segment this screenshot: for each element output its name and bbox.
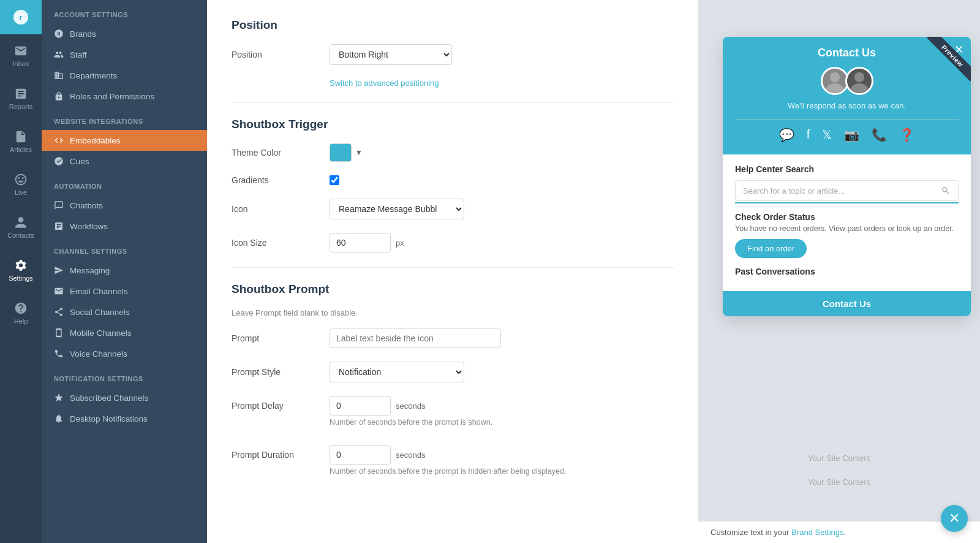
nav-label-reports: Reports xyxy=(9,103,33,110)
prompt-input[interactable] xyxy=(330,328,501,348)
nav-item-help[interactable]: Help xyxy=(0,292,42,335)
nav-item-inbox[interactable]: Inbox xyxy=(0,34,42,77)
prompt-delay-field: seconds xyxy=(330,396,425,416)
subscribed-channels-icon xyxy=(54,393,64,403)
articles-icon xyxy=(14,130,28,143)
sidebar-item-brands[interactable]: Brands xyxy=(42,23,207,44)
voice-channels-icon xyxy=(54,349,64,359)
prompt-duration-row: Prompt Duration seconds xyxy=(232,445,425,465)
messenger-icon[interactable]: 💬 xyxy=(779,127,794,142)
sidebar-item-mobile-channels[interactable]: Mobile Channels xyxy=(42,322,207,343)
icon-label: Icon xyxy=(232,204,330,214)
prompt-style-row: Prompt Style Notification Inline Tooltip xyxy=(232,362,674,382)
sidebar-item-chatbots[interactable]: Chatbots xyxy=(42,195,207,216)
prompt-style-label: Prompt Style xyxy=(232,367,330,377)
position-row: Position Bottom Right Bottom Left Top Ri… xyxy=(232,44,674,65)
prompt-row: Prompt xyxy=(232,328,674,348)
nav-label-contacts: Contacts xyxy=(7,232,34,239)
prompt-delay-input[interactable] xyxy=(330,396,391,416)
widget-body: Help Center Search Search for a topic or… xyxy=(723,154,971,291)
svg-point-3 xyxy=(826,83,843,93)
prompt-delay-label: Prompt Delay xyxy=(232,401,330,411)
embeddables-icon xyxy=(54,135,64,145)
live-icon xyxy=(14,173,28,186)
color-caret-icon[interactable]: ▼ xyxy=(355,148,363,157)
gradients-checkbox[interactable] xyxy=(330,175,339,185)
faq-icon[interactable]: ❓ xyxy=(899,127,914,142)
preview-footer: Customize text in your Brand Settings. xyxy=(698,522,980,543)
widget-avatars xyxy=(735,67,959,95)
check-order-text: You have no recent orders. View past ord… xyxy=(735,224,959,233)
check-order-title: Check Order Status xyxy=(735,212,959,222)
prompt-duration-input[interactable] xyxy=(330,445,391,465)
sidebar-item-subscribed-channels[interactable]: Subscribed Channels xyxy=(42,387,207,408)
widget-header: ✕ Contact Us We'll respond as soon as we… xyxy=(723,37,971,154)
search-icon xyxy=(941,186,951,196)
sidebar-item-departments[interactable]: Departments xyxy=(42,65,207,86)
past-conversations-title: Past Conversations xyxy=(735,267,959,276)
color-swatch[interactable] xyxy=(330,143,352,162)
sidebar-item-desktop-notifications[interactable]: Desktop Notifications xyxy=(42,408,207,429)
twitter-icon[interactable]: 𝕏 xyxy=(822,127,832,142)
search-placeholder: Search for a topic or article... xyxy=(743,186,845,196)
brand-settings-link[interactable]: Brand Settings xyxy=(791,528,843,537)
sidebar-item-staff[interactable]: Staff xyxy=(42,44,207,65)
chatbots-icon xyxy=(54,200,64,210)
messaging-icon xyxy=(54,265,64,275)
nav-label-inbox: Inbox xyxy=(13,60,29,67)
check-order-section: Check Order Status You have no recent or… xyxy=(735,212,959,258)
prompt-duration-container: Prompt Duration seconds Number of second… xyxy=(232,445,674,480)
phone-icon[interactable]: 📞 xyxy=(872,127,887,142)
widget-close-circle[interactable]: ✕ xyxy=(941,505,968,532)
sidebar-item-roles[interactable]: Roles and Permissions xyxy=(42,86,207,107)
icon-select[interactable]: Reamaze Message Bubbles Chat Bubble Ques… xyxy=(330,199,464,219)
prompt-duration-field: seconds xyxy=(330,445,425,465)
prompt-delay-row: Prompt Delay seconds xyxy=(232,396,425,416)
sidebar: ACCOUNT SETTINGS Brands Staff Department… xyxy=(42,0,207,543)
svg-point-5 xyxy=(851,83,868,93)
sidebar-item-messaging[interactable]: Messaging xyxy=(42,260,207,281)
icon-size-input[interactable] xyxy=(330,233,391,253)
mobile-channels-icon xyxy=(54,328,64,338)
nav-item-reports[interactable]: Reports xyxy=(0,77,42,120)
channel-settings-section: CHANNEL SETTINGS xyxy=(42,237,207,260)
gradients-label: Gradients xyxy=(232,175,330,185)
search-underline xyxy=(735,202,959,203)
sidebar-item-voice-channels[interactable]: Voice Channels xyxy=(42,343,207,364)
sidebar-item-cues[interactable]: Cues xyxy=(42,151,207,172)
workflows-icon xyxy=(54,221,64,231)
find-order-button[interactable]: Find an order xyxy=(735,239,807,258)
nav-item-settings[interactable]: Settings xyxy=(0,249,42,292)
widget-close-button[interactable]: ✕ xyxy=(954,43,963,56)
brand-icon xyxy=(54,29,64,39)
nav-item-contacts[interactable]: Contacts xyxy=(0,206,42,249)
staff-icon xyxy=(54,50,64,59)
nav-label-help: Help xyxy=(14,317,28,325)
sidebar-item-workflows[interactable]: Workflows xyxy=(42,216,207,237)
widget-card: Preview ✕ Contact Us We'll respond as so… xyxy=(723,37,971,316)
nav-item-live[interactable]: Live xyxy=(0,163,42,206)
desktop-notifications-icon xyxy=(54,414,64,423)
prompt-style-select[interactable]: Notification Inline Tooltip xyxy=(330,362,464,382)
inbox-icon xyxy=(14,44,28,58)
footer-text-before: Customize text in your xyxy=(710,528,791,537)
advanced-positioning-link[interactable]: Switch to advanced positioning xyxy=(330,78,674,88)
nav-label-articles: Articles xyxy=(10,146,32,153)
color-swatch-wrapper: ▼ xyxy=(330,143,363,162)
facebook-icon[interactable]: f xyxy=(807,127,810,142)
sidebar-item-social-channels[interactable]: Social Channels xyxy=(42,302,207,322)
roles-icon xyxy=(54,91,64,101)
position-section-title: Position xyxy=(232,18,674,32)
email-channels-icon xyxy=(54,286,64,296)
position-select[interactable]: Bottom Right Bottom Left Top Right Top L… xyxy=(330,44,452,65)
prompt-delay-container: Prompt Delay seconds Number of seconds b… xyxy=(232,396,674,431)
instagram-icon[interactable]: 📷 xyxy=(844,127,859,142)
sidebar-item-email-channels[interactable]: Email Channels xyxy=(42,281,207,302)
widget-contact-us-bar[interactable]: Contact Us xyxy=(723,291,971,316)
nav-item-articles[interactable]: Articles xyxy=(0,120,42,163)
widget-search-box[interactable]: Search for a topic or article... xyxy=(735,180,959,201)
prompt-delay-hint: Number of seconds before the prompt is s… xyxy=(330,418,492,427)
app-logo[interactable]: r xyxy=(0,0,42,34)
sidebar-item-embeddables[interactable]: Embeddables xyxy=(42,130,207,151)
prompt-duration-hint: Number of seconds before the prompt is h… xyxy=(330,467,566,476)
